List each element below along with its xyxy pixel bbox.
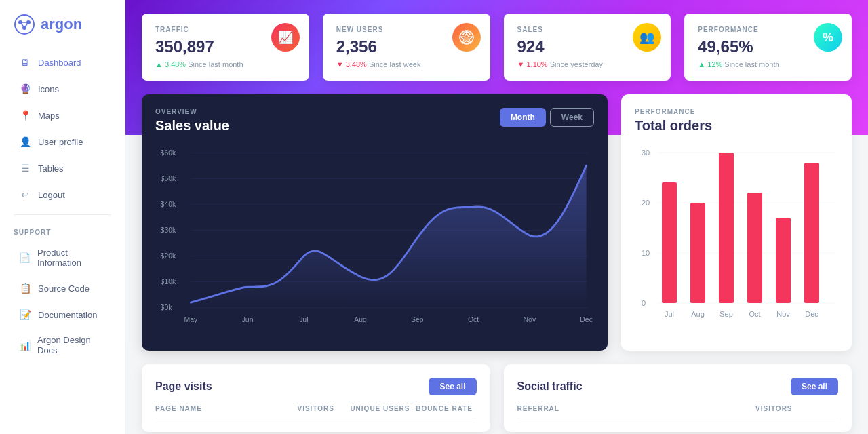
sidebar-item-source-code[interactable]: 📋 Source Code — [5, 275, 119, 301]
sidebar-item-sourcecode-label: Source Code — [38, 283, 90, 294]
stat-sales-footer: ▼ 1.10% Since yesterday — [517, 60, 658, 68]
logout-icon: ↩ — [19, 189, 31, 201]
social-traffic-card: Social traffic See all REFERRAL VISITORS — [504, 364, 852, 432]
svg-text:10: 10 — [642, 249, 650, 257]
total-orders-label: PERFORMANCE — [635, 108, 838, 115]
sidebar-item-logout[interactable]: ↩ Logout — [5, 182, 119, 208]
sales-chart-toggle: Month Week — [500, 108, 594, 127]
svg-text:$10k: $10k — [161, 278, 176, 285]
svg-text:May: May — [184, 316, 198, 323]
svg-point-8 — [464, 37, 469, 42]
page-visits-title: Page visits — [155, 380, 212, 393]
sales-line-chart: $60k $50k $40k $30k $20k $10k $0k — [155, 142, 594, 332]
sidebar-item-maps-label: Maps — [38, 111, 60, 121]
stat-card-performance: PERFORMANCE 49,65% ▲ 12% Since last mont… — [684, 14, 852, 81]
stat-card-traffic: TRAFFIC 350,897 ▲ 3.48% Since last month… — [142, 14, 309, 81]
stat-card-sales: SALES 924 ▼ 1.10% Since yesterday 👥 — [504, 14, 671, 81]
social-traffic-header: Social traffic See all — [517, 378, 839, 395]
total-orders-title: Total orders — [635, 118, 838, 134]
stat-newusers-change: ▼ 3.48% — [336, 60, 367, 68]
stat-perf-footer: ▲ 12% Since last month — [698, 60, 838, 68]
svg-text:Nov: Nov — [524, 316, 536, 323]
sidebar-item-icons-label: Icons — [38, 84, 59, 94]
bottom-row: Page visits See all PAGE NAME VISITORS U… — [142, 364, 852, 432]
user-icon: 👤 — [19, 136, 31, 148]
tables-icon: ☰ — [19, 162, 31, 174]
th-referral: REFERRAL — [517, 405, 710, 412]
bar-sep — [719, 153, 734, 303]
th-bounce-rate: BOUNCE RATE — [412, 405, 477, 412]
logo-text: argon — [41, 16, 82, 33]
toggle-month-button[interactable]: Month — [500, 108, 546, 127]
svg-text:Nov: Nov — [776, 310, 790, 318]
stat-traffic-change: ▲ 3.48% — [155, 60, 186, 68]
icons-icon: 🔮 — [19, 83, 31, 95]
sales-chart-svg-container: $60k $50k $40k $30k $20k $10k $0k — [155, 142, 594, 337]
page-visits-table-header: PAGE NAME VISITORS UNIQUE USERS BOUNCE R… — [155, 405, 477, 418]
total-orders-card: PERFORMANCE Total orders 30 20 10 0 — [621, 94, 852, 351]
design-docs-icon: 📊 — [19, 339, 31, 351]
sidebar-item-documentation[interactable]: 📝 Documentation — [5, 302, 119, 328]
stat-newusers-change-label: Since last week — [369, 60, 420, 68]
svg-text:20: 20 — [642, 199, 650, 207]
stat-traffic-icon: 📈 — [271, 23, 300, 52]
sidebar-item-maps[interactable]: 📍 Maps — [5, 102, 119, 128]
bar-oct — [747, 193, 762, 303]
content-area: OVERVIEW Sales value Month Week $60k $50… — [125, 94, 868, 434]
sidebar-item-user-profile[interactable]: 👤 User profile — [5, 129, 119, 155]
svg-text:$30k: $30k — [161, 226, 176, 234]
sidebar-item-dashboard-label: Dashboard — [38, 58, 81, 68]
stat-perf-change-label: Since last month — [724, 60, 779, 68]
sidebar-item-logout-label: Logout — [38, 190, 65, 200]
sales-chart-header: OVERVIEW Sales value Month Week — [155, 108, 594, 134]
svg-text:Sep: Sep — [411, 316, 424, 323]
logo-icon — [14, 14, 35, 35]
svg-text:$60k: $60k — [161, 149, 176, 157]
svg-text:Sep: Sep — [719, 310, 733, 318]
svg-text:Jul: Jul — [665, 310, 674, 318]
page-visits-header: Page visits See all — [155, 378, 477, 395]
stat-sales-icon: 👥 — [633, 23, 661, 52]
sidebar-item-tables[interactable]: ☰ Tables — [5, 155, 119, 181]
th-visitors: VISITORS — [283, 405, 348, 412]
sales-chart-card: OVERVIEW Sales value Month Week $60k $50… — [142, 94, 608, 351]
stat-traffic-change-label: Since last month — [188, 60, 243, 68]
sidebar-item-icons[interactable]: 🔮 Icons — [5, 76, 119, 102]
svg-text:$50k: $50k — [161, 175, 176, 182]
stat-card-new-users: NEW USERS 2,356 ▼ 3.48% Since last week — [323, 14, 490, 81]
toggle-week-button[interactable]: Week — [550, 108, 594, 127]
svg-line-5 — [20, 22, 24, 28]
sidebar-item-productinfo-label: Product Information — [37, 248, 106, 268]
sidebar-item-dashboard[interactable]: 🖥 Dashboard — [5, 50, 119, 75]
social-traffic-see-all-button[interactable]: See all — [791, 378, 838, 395]
svg-text:$40k: $40k — [161, 201, 176, 208]
social-traffic-table-header: REFERRAL VISITORS — [517, 405, 839, 418]
stat-perf-change: ▲ 12% — [698, 60, 722, 68]
svg-text:Oct: Oct — [749, 310, 760, 318]
svg-text:Oct: Oct — [468, 316, 479, 323]
th-ref-visitors: VISITORS — [710, 405, 838, 412]
svg-text:Jul: Jul — [299, 316, 308, 323]
svg-text:$0k: $0k — [161, 304, 173, 311]
svg-point-0 — [15, 15, 34, 34]
sales-chart-title-group: OVERVIEW Sales value — [155, 108, 229, 134]
dashboard-icon: 🖥 — [19, 56, 31, 68]
product-info-icon: 📄 — [19, 252, 31, 264]
sidebar-logo: argon — [0, 14, 125, 49]
svg-text:Dec: Dec — [580, 316, 593, 323]
sidebar-item-product-info[interactable]: 📄 Product Information — [5, 241, 119, 275]
main-content: TRAFFIC 350,897 ▲ 3.48% Since last month… — [125, 0, 868, 434]
sales-chart-title: Sales value — [155, 118, 229, 134]
svg-text:0: 0 — [642, 299, 646, 307]
page-visits-see-all-button[interactable]: See all — [429, 378, 476, 395]
total-orders-chart: 30 20 10 0 Jul — [635, 144, 838, 334]
stat-traffic-footer: ▲ 3.48% Since last month — [155, 60, 296, 68]
sales-chart-overview-label: OVERVIEW — [155, 108, 229, 115]
sidebar-item-documentation-label: Documentation — [38, 310, 97, 320]
sidebar-divider — [14, 214, 111, 215]
sidebar-item-design-docs[interactable]: 📊 Argon Design Docs — [5, 328, 119, 362]
source-code-icon: 📋 — [19, 282, 31, 294]
sidebar-support-label: SUPPORT — [0, 222, 125, 240]
stat-perf-icon: % — [814, 23, 842, 52]
stat-sales-change-label: Since yesterday — [550, 60, 603, 68]
